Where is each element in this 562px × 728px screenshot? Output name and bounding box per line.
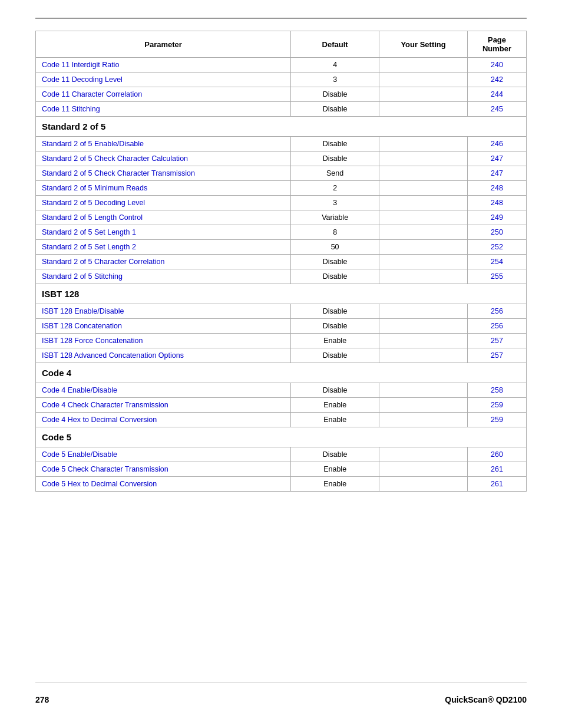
default-cell: Enable bbox=[291, 462, 379, 477]
page-number-cell[interactable]: 245 bbox=[468, 102, 527, 117]
page-number-cell[interactable]: 259 bbox=[468, 398, 527, 413]
your-setting-cell bbox=[379, 462, 468, 477]
param-cell[interactable]: Standard 2 of 5 Check Character Transmis… bbox=[36, 166, 291, 181]
your-setting-cell bbox=[379, 73, 468, 87]
table-row: Standard 2 of 5 Check Character Calculat… bbox=[36, 151, 527, 166]
section-header-row: Code 4 bbox=[36, 363, 527, 383]
table-row: ISBT 128 Force ConcatenationEnable257 bbox=[36, 334, 527, 348]
default-cell: Disable bbox=[291, 447, 379, 462]
your-setting-cell bbox=[379, 58, 468, 73]
your-setting-cell bbox=[379, 319, 468, 334]
param-cell[interactable]: Standard 2 of 5 Check Character Calculat… bbox=[36, 151, 291, 166]
footer-page-number: 278 bbox=[35, 695, 49, 704]
param-cell[interactable]: Code 4 Enable/Disable bbox=[36, 383, 291, 398]
param-cell[interactable]: ISBT 128 Enable/Disable bbox=[36, 304, 291, 319]
page-number-cell[interactable]: 257 bbox=[468, 334, 527, 348]
param-cell[interactable]: Code 11 Decoding Level bbox=[36, 73, 291, 87]
default-cell: Enable bbox=[291, 477, 379, 492]
your-setting-cell bbox=[379, 348, 468, 363]
param-cell[interactable]: Code 11 Character Correlation bbox=[36, 87, 291, 102]
param-cell[interactable]: ISBT 128 Force Concatenation bbox=[36, 334, 291, 348]
page-number-cell[interactable]: 259 bbox=[468, 413, 527, 427]
page-number-cell[interactable]: 252 bbox=[468, 240, 527, 255]
param-cell[interactable]: Standard 2 of 5 Set Length 2 bbox=[36, 240, 291, 255]
param-cell[interactable]: ISBT 128 Advanced Concatenation Options bbox=[36, 348, 291, 363]
page-number-cell[interactable]: 240 bbox=[468, 58, 527, 73]
param-cell[interactable]: Standard 2 of 5 Stitching bbox=[36, 269, 291, 284]
param-cell[interactable]: Code 4 Check Character Transmission bbox=[36, 398, 291, 413]
param-cell[interactable]: Standard 2 of 5 Decoding Level bbox=[36, 196, 291, 210]
default-cell: Variable bbox=[291, 210, 379, 225]
page-number-cell[interactable]: 246 bbox=[468, 137, 527, 151]
param-cell[interactable]: ISBT 128 Concatenation bbox=[36, 319, 291, 334]
table-row: ISBT 128 Advanced Concatenation OptionsD… bbox=[36, 348, 527, 363]
table-row: Code 5 Check Character TransmissionEnabl… bbox=[36, 462, 527, 477]
your-setting-cell bbox=[379, 447, 468, 462]
param-cell[interactable]: Code 5 Hex to Decimal Conversion bbox=[36, 477, 291, 492]
page-number-cell[interactable]: 247 bbox=[468, 166, 527, 181]
param-cell[interactable]: Standard 2 of 5 Set Length 1 bbox=[36, 225, 291, 240]
param-cell[interactable]: Code 11 Stitching bbox=[36, 102, 291, 117]
page-number-cell[interactable]: 242 bbox=[468, 73, 527, 87]
section-header-row: Standard 2 of 5 bbox=[36, 117, 527, 137]
your-setting-cell bbox=[379, 334, 468, 348]
your-setting-cell bbox=[379, 413, 468, 427]
page-number-cell[interactable]: 247 bbox=[468, 151, 527, 166]
page-number-cell[interactable]: 255 bbox=[468, 269, 527, 284]
default-cell: Enable bbox=[291, 398, 379, 413]
default-cell: Disable bbox=[291, 87, 379, 102]
page-number-cell[interactable]: 248 bbox=[468, 196, 527, 210]
param-cell[interactable]: Code 4 Hex to Decimal Conversion bbox=[36, 413, 291, 427]
your-setting-cell bbox=[379, 255, 468, 269]
param-cell[interactable]: Standard 2 of 5 Character Correlation bbox=[36, 255, 291, 269]
page-number-cell[interactable]: 261 bbox=[468, 477, 527, 492]
page-number-cell[interactable]: 254 bbox=[468, 255, 527, 269]
page-number-cell[interactable]: 261 bbox=[468, 462, 527, 477]
your-setting-cell bbox=[379, 210, 468, 225]
your-setting-cell bbox=[379, 304, 468, 319]
table-row: Standard 2 of 5 Minimum Reads2248 bbox=[36, 181, 527, 196]
page-number-cell[interactable]: 258 bbox=[468, 383, 527, 398]
page-number-cell[interactable]: 248 bbox=[468, 181, 527, 196]
page-number-cell[interactable]: 256 bbox=[468, 304, 527, 319]
default-cell: 3 bbox=[291, 196, 379, 210]
page-number-cell[interactable]: 250 bbox=[468, 225, 527, 240]
footer: 278 QuickScan® QD2100 bbox=[35, 683, 527, 704]
your-setting-cell bbox=[379, 269, 468, 284]
page-number-cell[interactable]: 244 bbox=[468, 87, 527, 102]
table-row: ISBT 128 ConcatenationDisable256 bbox=[36, 319, 527, 334]
table-row: Code 4 Enable/DisableDisable258 bbox=[36, 383, 527, 398]
param-cell[interactable]: Standard 2 of 5 Length Control bbox=[36, 210, 291, 225]
section-label: ISBT 128 bbox=[36, 284, 527, 304]
header-page-number: Page Number bbox=[468, 31, 527, 58]
default-cell: Send bbox=[291, 166, 379, 181]
param-cell[interactable]: Standard 2 of 5 Enable/Disable bbox=[36, 137, 291, 151]
your-setting-cell bbox=[379, 181, 468, 196]
your-setting-cell bbox=[379, 383, 468, 398]
section-header-row: Code 5 bbox=[36, 427, 527, 447]
main-table: Parameter Default Your Setting Page Numb… bbox=[35, 31, 527, 492]
your-setting-cell bbox=[379, 102, 468, 117]
header-parameter: Parameter bbox=[36, 31, 291, 58]
your-setting-cell bbox=[379, 225, 468, 240]
param-cell[interactable]: Code 5 Enable/Disable bbox=[36, 447, 291, 462]
default-cell: Disable bbox=[291, 304, 379, 319]
page-number-cell[interactable]: 256 bbox=[468, 319, 527, 334]
header-your-setting: Your Setting bbox=[379, 31, 468, 58]
table-row: Code 5 Hex to Decimal ConversionEnable26… bbox=[36, 477, 527, 492]
param-cell[interactable]: Standard 2 of 5 Minimum Reads bbox=[36, 181, 291, 196]
page-number-cell[interactable]: 249 bbox=[468, 210, 527, 225]
param-cell[interactable]: Code 5 Check Character Transmission bbox=[36, 462, 291, 477]
section-label: Code 4 bbox=[36, 363, 527, 383]
table-row: Standard 2 of 5 Enable/DisableDisable246 bbox=[36, 137, 527, 151]
footer-product-name: QuickScan® QD2100 bbox=[445, 695, 527, 704]
default-cell: Disable bbox=[291, 269, 379, 284]
page-number-cell[interactable]: 257 bbox=[468, 348, 527, 363]
your-setting-cell bbox=[379, 151, 468, 166]
your-setting-cell bbox=[379, 477, 468, 492]
default-cell: Disable bbox=[291, 383, 379, 398]
header-default: Default bbox=[291, 31, 379, 58]
page-number-cell[interactable]: 260 bbox=[468, 447, 527, 462]
default-cell: Disable bbox=[291, 348, 379, 363]
param-cell[interactable]: Code 11 Interdigit Ratio bbox=[36, 58, 291, 73]
